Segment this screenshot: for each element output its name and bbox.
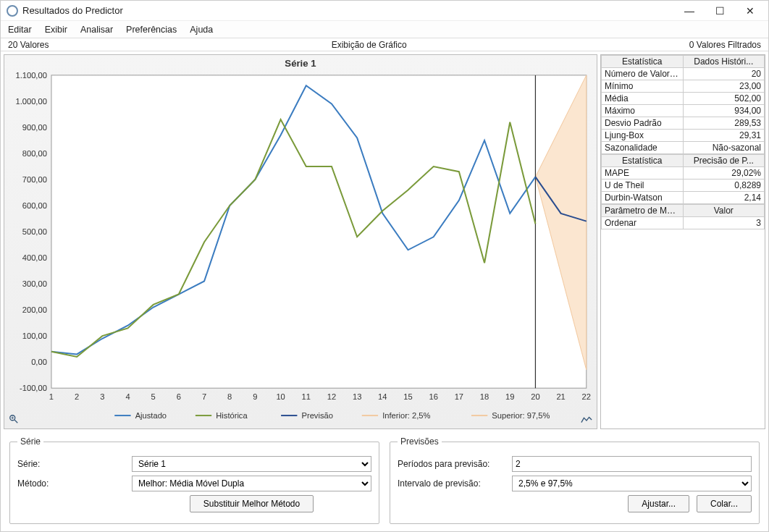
svg-text:300,00: 300,00	[22, 279, 47, 288]
svg-text:100,00: 100,00	[22, 332, 47, 340]
svg-text:6: 6	[177, 392, 181, 401]
menu-view[interactable]: Exibir	[45, 25, 67, 35]
colar-button[interactable]: Colar...	[697, 495, 752, 512]
menu-prefs[interactable]: Preferências	[126, 25, 177, 35]
svg-text:500,00: 500,00	[22, 227, 47, 236]
metodo-label: Método:	[17, 478, 126, 489]
maximize-button[interactable]: ☐	[705, 1, 735, 20]
svg-text:13: 13	[353, 392, 361, 401]
svg-text:11: 11	[302, 392, 311, 401]
svg-text:Ajustado: Ajustado	[135, 411, 167, 420]
svg-text:1.000,00: 1.000,00	[15, 97, 46, 106]
svg-text:1: 1	[49, 392, 54, 401]
svg-text:Inferior: 2,5%: Inferior: 2,5%	[382, 411, 430, 420]
svg-text:21: 21	[556, 392, 565, 401]
svg-text:2: 2	[75, 392, 79, 401]
menu-edit[interactable]: Editar	[8, 25, 32, 35]
chart-panel: Série 1-100,000,00100,00200,00300,00400,…	[4, 54, 597, 429]
svg-text:700,00: 700,00	[22, 175, 47, 184]
svg-text:22: 22	[582, 392, 591, 401]
svg-text:900,00: 900,00	[22, 123, 47, 132]
serie-label: Série:	[17, 459, 126, 469]
table-row: SazonalidadeNão-sazonal	[602, 142, 765, 154]
svg-text:-100,00: -100,00	[20, 384, 47, 392]
table-row: Desvio Padrão289,53	[602, 117, 765, 130]
svg-text:20: 20	[531, 392, 539, 401]
periodos-label: Períodos para previsão:	[398, 459, 506, 469]
stats-table-1: EstatísticaDados Históri... Número de Va…	[601, 55, 765, 154]
status-right: 0 Valores Filtrados	[689, 40, 761, 50]
stats-table-3: Parâmetro de Mét...Valor Ordenar3	[601, 204, 765, 229]
minimize-button[interactable]: —	[674, 1, 705, 20]
serie-select[interactable]: Série 1	[132, 456, 371, 472]
previsoes-fieldset: Previsões Períodos para previsão: Interv…	[390, 436, 760, 524]
svg-text:7: 7	[202, 392, 206, 401]
svg-text:17: 17	[455, 392, 463, 401]
svg-rect-0	[51, 75, 587, 388]
stats-panel: EstatísticaDados Históri... Número de Va…	[600, 54, 765, 429]
table-row: Máximo934,00	[602, 105, 765, 117]
close-button[interactable]: ✕	[735, 1, 765, 20]
svg-text:19: 19	[505, 392, 514, 401]
svg-text:10: 10	[276, 392, 285, 401]
menu-analyze[interactable]: Analisar	[80, 25, 113, 35]
table-row: MAPE29,02%	[602, 167, 765, 180]
svg-text:Histórica: Histórica	[216, 411, 248, 420]
svg-text:Série 1: Série 1	[285, 58, 316, 69]
intervalo-label: Intervalo de previsão:	[398, 478, 506, 489]
svg-text:16: 16	[429, 392, 437, 401]
svg-text:12: 12	[327, 392, 336, 401]
svg-text:600,00: 600,00	[22, 201, 47, 210]
svg-text:9: 9	[253, 392, 257, 401]
svg-text:200,00: 200,00	[22, 305, 47, 314]
svg-text:Previsão: Previsão	[302, 411, 333, 420]
zoom-icon[interactable]	[9, 414, 19, 424]
status-center: Exibição de Gráfico	[49, 40, 689, 50]
titlebar: Resultados do Predictor — ☐ ✕	[1, 1, 768, 21]
periodos-input[interactable]	[512, 456, 752, 472]
table-row: Ljung-Box29,31	[602, 130, 765, 142]
svg-text:Superior: 97,5%: Superior: 97,5%	[492, 411, 550, 420]
ajustar-button[interactable]: Ajustar...	[628, 495, 689, 512]
status-row: 20 Valores Exibição de Gráfico 0 Valores…	[1, 38, 768, 51]
serie-legend: Série	[17, 436, 43, 447]
menu-help[interactable]: Ajuda	[190, 25, 213, 35]
previsoes-legend: Previsões	[398, 436, 442, 447]
intervalo-select[interactable]: 2,5% e 97,5%	[512, 476, 752, 491]
svg-text:400,00: 400,00	[22, 253, 47, 262]
svg-text:800,00: 800,00	[22, 149, 47, 158]
chart-type-icon[interactable]	[581, 415, 592, 424]
svg-text:14: 14	[378, 392, 387, 401]
table-row: Número de Valores ...20	[602, 68, 765, 80]
svg-text:4: 4	[125, 392, 130, 401]
svg-line-49	[14, 420, 17, 423]
metodo-select[interactable]: Melhor: Média Móvel Dupla	[132, 476, 371, 491]
table-row: Durbin-Watson2,14	[602, 192, 765, 204]
app-icon	[7, 5, 18, 17]
table-row: Média502,00	[602, 93, 765, 105]
svg-text:8: 8	[227, 392, 232, 401]
stats-table-2: EstatísticaPrecisão de P... MAPE29,02%U …	[601, 154, 765, 204]
table-row: Mínimo23,00	[602, 80, 765, 93]
svg-text:0,00: 0,00	[31, 358, 47, 366]
serie-fieldset: Série Série: Série 1 Método: Melhor: Méd…	[9, 436, 379, 524]
window-title: Resultados do Predictor	[22, 5, 674, 16]
chart: Série 1-100,000,00100,00200,00300,00400,…	[4, 55, 597, 428]
substituir-button[interactable]: Substituir Melhor Método	[190, 495, 314, 512]
menubar: Editar Exibir Analisar Preferências Ajud…	[1, 21, 768, 38]
svg-text:5: 5	[151, 392, 156, 401]
svg-text:15: 15	[403, 392, 412, 401]
svg-text:3: 3	[100, 392, 104, 401]
table-row: Ordenar3	[602, 217, 765, 229]
svg-text:1.100,00: 1.100,00	[15, 71, 46, 80]
status-left: 20 Valores	[8, 40, 49, 50]
table-row: U de Theil0,8289	[602, 180, 765, 192]
svg-text:18: 18	[480, 392, 489, 401]
